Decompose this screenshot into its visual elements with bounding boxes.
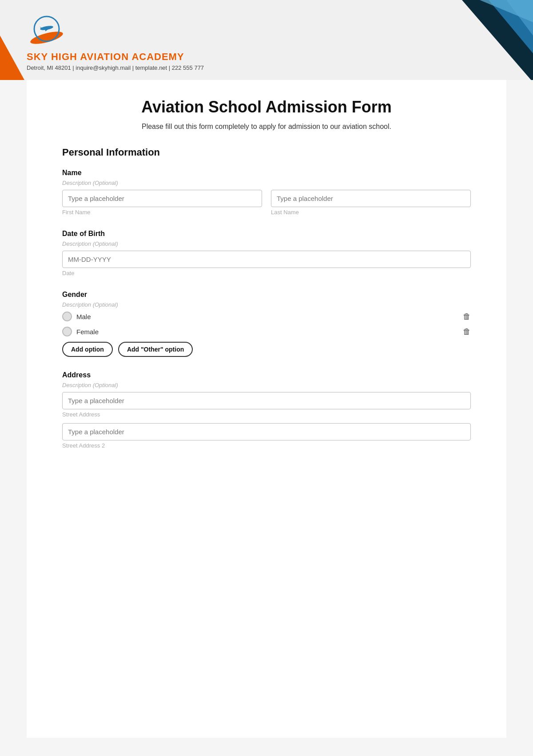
- svg-marker-4: [0, 36, 24, 80]
- field-desc-gender: Description (Optional): [62, 301, 471, 308]
- last-name-sublabel: Last Name: [271, 209, 471, 216]
- brand-name: SKY HIGH AVIATION ACADEMY: [27, 51, 184, 63]
- radio-option-female: Female 🗑: [62, 327, 471, 336]
- field-col-firstname: First Name: [62, 190, 262, 216]
- field-row-name: First Name Last Name: [62, 190, 471, 216]
- add-buttons-gender: Add option Add "Other" option: [62, 342, 471, 357]
- radio-option-male: Male 🗑: [62, 312, 471, 321]
- main-content: Aviation School Admission Form Please fi…: [27, 80, 506, 738]
- delete-male-icon[interactable]: 🗑: [463, 312, 471, 321]
- logo-icon: [27, 13, 67, 49]
- field-row-street1: Street Address: [62, 392, 471, 418]
- header-decoration-left: [0, 36, 24, 80]
- page-header: SKY HIGH AVIATION ACADEMY Detroit, MI 48…: [0, 0, 533, 80]
- field-label-gender: Gender: [62, 291, 471, 299]
- field-label-dob: Date of Birth: [62, 230, 471, 238]
- first-name-sublabel: First Name: [62, 209, 262, 216]
- field-label-name: Name: [62, 169, 471, 177]
- field-row-dob: Date: [62, 251, 471, 276]
- field-group-address: Address Description (Optional) Street Ad…: [62, 371, 471, 449]
- form-title: Aviation School Admission Form: [62, 98, 471, 116]
- street-address2-input[interactable]: [62, 423, 471, 440]
- field-desc-dob: Description (Optional): [62, 240, 471, 247]
- header-decoration-right: [391, 0, 533, 80]
- brand-contact: Detroit, MI 48201 | inquire@skyhigh.mail…: [27, 64, 204, 71]
- date-sublabel: Date: [62, 270, 471, 276]
- field-row-street2: Street Address 2: [62, 423, 471, 449]
- street-address-sublabel: Street Address: [62, 411, 471, 418]
- field-desc-address: Description (Optional): [62, 382, 471, 388]
- radio-label-female: Female: [76, 328, 463, 336]
- field-col-date: Date: [62, 251, 471, 276]
- radio-circle-female[interactable]: [62, 327, 72, 336]
- radio-label-male: Male: [76, 313, 463, 320]
- add-other-option-button[interactable]: Add "Other" option: [118, 342, 193, 357]
- delete-female-icon[interactable]: 🗑: [463, 327, 471, 336]
- street-address2-sublabel: Street Address 2: [62, 442, 471, 449]
- section-personal-information: Personal Information: [62, 147, 471, 158]
- first-name-input[interactable]: [62, 190, 262, 207]
- field-label-address: Address: [62, 371, 471, 379]
- field-group-dob: Date of Birth Description (Optional) Dat…: [62, 230, 471, 276]
- field-desc-name: Description (Optional): [62, 180, 471, 186]
- add-option-button[interactable]: Add option: [62, 342, 113, 357]
- field-group-name: Name Description (Optional) First Name L…: [62, 169, 471, 216]
- field-col-lastname: Last Name: [271, 190, 471, 216]
- date-input[interactable]: [62, 251, 471, 268]
- last-name-input[interactable]: [271, 190, 471, 207]
- field-group-gender: Gender Description (Optional) Male 🗑 Fem…: [62, 291, 471, 357]
- radio-circle-male[interactable]: [62, 312, 72, 321]
- form-subtitle: Please fill out this form completely to …: [62, 123, 471, 131]
- street-address-input[interactable]: [62, 392, 471, 409]
